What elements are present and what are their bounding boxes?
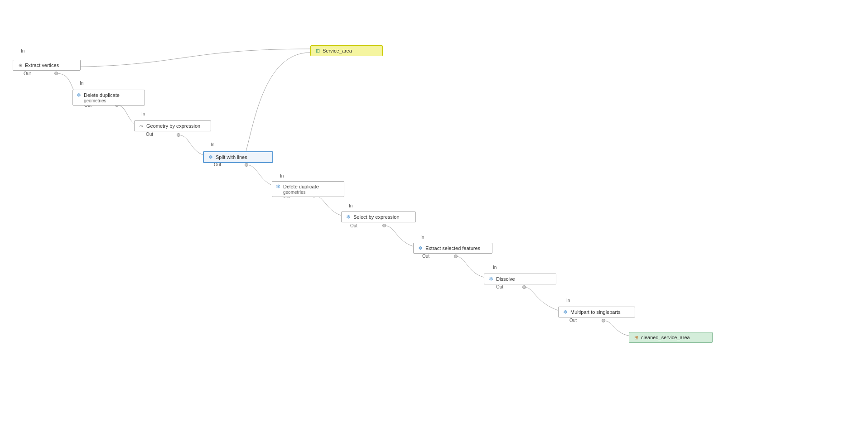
node-cleaned-label: cleaned_service_area — [641, 335, 690, 340]
delete-dup-2-icon: ❄ — [275, 183, 281, 190]
port-label-in-deldup1: In — [80, 81, 83, 86]
node-extract-selected-label: Extract selected features — [425, 245, 480, 251]
delete-dup-1-icon: ❄ — [76, 92, 82, 98]
port-label-out-selectexpr: Out — [350, 223, 357, 228]
node-dissolve-label: Dissolve — [496, 276, 515, 282]
svg-point-5 — [383, 224, 386, 227]
node-delete-dup-2-label1: Delete duplicate — [283, 184, 319, 189]
port-label-in-split: In — [211, 142, 214, 147]
node-split-with-lines-label: Split with lines — [216, 154, 247, 160]
port-label-out-extract: Out — [24, 71, 31, 76]
node-delete-dup-2[interactable]: ❄ Delete duplicate geometries — [272, 181, 344, 197]
node-service-area-label: Service_area — [323, 48, 352, 53]
port-label-in-extractsel: In — [420, 235, 424, 240]
node-multipart-label: Multipart to singleparts — [570, 309, 621, 315]
node-extract-vertices[interactable]: ✳ Extract vertices — [13, 60, 81, 71]
port-label-in-deldup2: In — [280, 173, 284, 178]
workflow-canvas[interactable]: In In In In In In In In In Out Out Out O… — [0, 0, 868, 423]
node-extract-selected-features[interactable]: ❄ Extract selected features — [413, 243, 492, 254]
node-service-area[interactable]: ⊞ Service_area — [310, 45, 383, 56]
dissolve-icon: ❄ — [488, 276, 494, 282]
node-cleaned-service-area[interactable]: ⊞ cleaned_service_area — [629, 332, 713, 343]
port-label-in-dissolve: In — [493, 265, 497, 270]
select-expr-icon: ❄ — [345, 214, 352, 220]
svg-point-8 — [602, 319, 605, 322]
node-multipart-to-singleparts[interactable]: ❄ Multipart to singleparts — [558, 307, 635, 317]
geometry-expr-icon: ∞ — [138, 123, 145, 129]
port-label-in-multipart: In — [566, 298, 570, 303]
port-label-out-multipart: Out — [569, 318, 577, 323]
svg-point-2 — [177, 134, 180, 137]
node-geometry-expr-label: Geometry by expression — [146, 123, 200, 129]
extract-vertices-icon: ✳ — [17, 62, 23, 68]
connections-layer — [0, 0, 868, 423]
node-extract-vertices-label: Extract vertices — [25, 62, 59, 68]
svg-point-0 — [55, 72, 58, 75]
multipart-icon: ❄ — [562, 309, 569, 315]
port-label-out-extractsel: Out — [422, 254, 429, 259]
input-icon: ⊞ — [314, 48, 321, 54]
svg-point-6 — [454, 255, 458, 258]
port-label-out-geomexpr: Out — [146, 132, 153, 137]
svg-point-3 — [245, 163, 248, 167]
node-split-with-lines[interactable]: ❄ Split with lines — [203, 151, 273, 163]
port-label-in-geomexpr: In — [141, 111, 145, 116]
port-label-in-selectexpr: In — [349, 203, 352, 208]
extract-selected-icon: ❄ — [417, 245, 424, 251]
port-label-in-extract: In — [21, 48, 24, 53]
node-delete-dup-2-label2: geometries — [275, 190, 305, 195]
split-lines-icon: ❄ — [207, 154, 214, 160]
node-dissolve[interactable]: ❄ Dissolve — [484, 274, 556, 284]
node-delete-dup-1-label1: Delete duplicate — [84, 92, 120, 98]
node-geometry-by-expression[interactable]: ∞ Geometry by expression — [134, 120, 211, 131]
node-delete-dup-1-label2: geometries — [76, 98, 106, 103]
node-select-expr-label: Select by expression — [353, 214, 400, 220]
output-icon: ⊞ — [633, 334, 639, 341]
node-delete-dup-1[interactable]: ❄ Delete duplicate geometries — [72, 90, 145, 106]
node-select-by-expression[interactable]: ❄ Select by expression — [341, 212, 416, 222]
svg-point-7 — [523, 286, 526, 289]
port-label-out-dissolve: Out — [496, 284, 503, 289]
